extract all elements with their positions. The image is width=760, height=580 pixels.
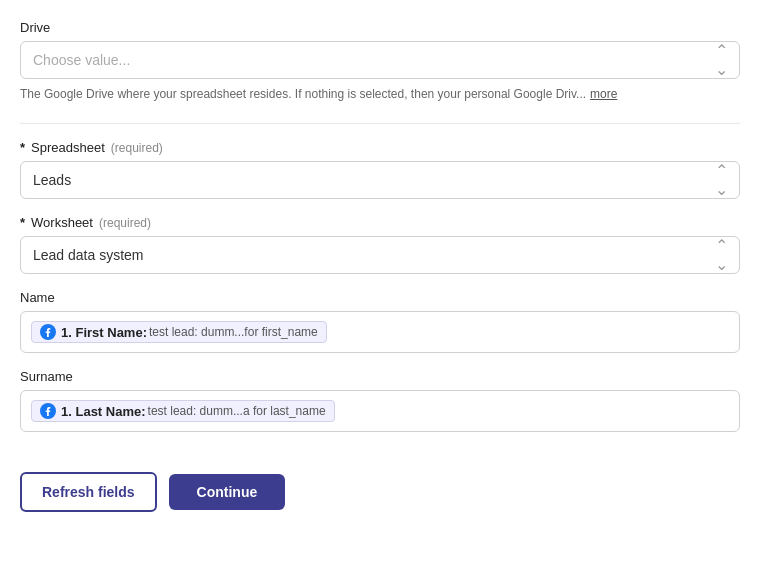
drive-label: Drive (20, 20, 740, 35)
divider-1 (20, 123, 740, 124)
continue-button[interactable]: Continue (169, 474, 286, 510)
spreadsheet-field-group: * Spreadsheet (required) Leads ⌃⌄ (20, 140, 740, 199)
surname-field-group: Surname 1. Last Name: test lead: dumm...… (20, 369, 740, 432)
surname-label: Surname (20, 369, 740, 384)
surname-token-value: test lead: dumm...a for last_name (148, 404, 326, 418)
worksheet-select-wrapper: Lead data system ⌃⌄ (20, 236, 740, 274)
name-token-value: test lead: dumm...for first_name (149, 325, 318, 339)
drive-select[interactable]: Choose value... (20, 41, 740, 79)
name-token: 1. First Name: test lead: dumm...for fir… (31, 321, 327, 343)
surname-token-number-label: 1. Last Name: (61, 404, 146, 419)
facebook-icon-2 (40, 403, 56, 419)
name-token-number-label: 1. First Name: (61, 325, 147, 340)
drive-helper: The Google Drive where your spreadsheet … (20, 85, 740, 103)
drive-select-wrapper: Choose value... ⌃⌄ (20, 41, 740, 79)
name-field-group: Name 1. First Name: test lead: dumm...fo… (20, 290, 740, 353)
name-label: Name (20, 290, 740, 305)
drive-field-group: Drive Choose value... ⌃⌄ The Google Driv… (20, 20, 740, 103)
spreadsheet-select[interactable]: Leads (20, 161, 740, 199)
main-container: Drive Choose value... ⌃⌄ The Google Driv… (0, 0, 760, 580)
worksheet-label: * Worksheet (required) (20, 215, 740, 230)
surname-token: 1. Last Name: test lead: dumm...a for la… (31, 400, 335, 422)
spreadsheet-label: * Spreadsheet (required) (20, 140, 740, 155)
facebook-icon (40, 324, 56, 340)
surname-token-input[interactable]: 1. Last Name: test lead: dumm...a for la… (20, 390, 740, 432)
name-token-input[interactable]: 1. First Name: test lead: dumm...for fir… (20, 311, 740, 353)
refresh-fields-button[interactable]: Refresh fields (20, 472, 157, 512)
worksheet-select[interactable]: Lead data system (20, 236, 740, 274)
spreadsheet-select-wrapper: Leads ⌃⌄ (20, 161, 740, 199)
footer-buttons: Refresh fields Continue (20, 472, 740, 512)
more-link[interactable]: more (590, 85, 617, 103)
worksheet-field-group: * Worksheet (required) Lead data system … (20, 215, 740, 274)
